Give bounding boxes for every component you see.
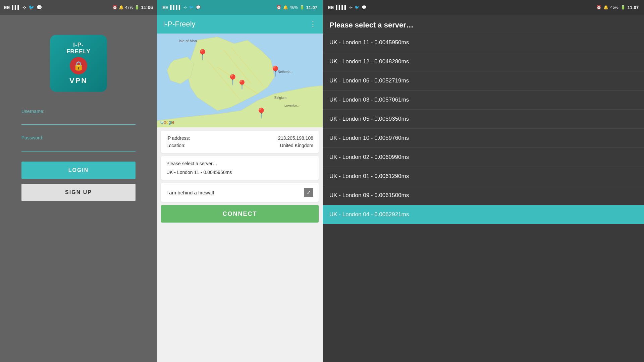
map-pin-1: 📍 — [196, 49, 209, 60]
messenger-servers: 💬 — [362, 5, 367, 10]
firewall-card[interactable]: I am behind a firewall ✓ — [161, 183, 319, 202]
app-logo: I-P- FREELY 🔒 VPN — [50, 35, 107, 92]
server-item-text-6: UK - London 02 - 0.0060990ms — [329, 154, 409, 161]
battery-pct-main: 46% — [290, 5, 298, 10]
battery-main: 🔋 — [300, 5, 305, 10]
carrier-servers: EE — [328, 5, 334, 10]
status-bar-login: EE ▌▌▌ ⊹ 🐦 💬 ⏰ 🔔 47% 🔋 11:06 — [0, 0, 157, 15]
server-item-text-1: UK - London 12 - 0.0048280ms — [329, 58, 409, 65]
server-item-8[interactable]: UK - London 09 - 0.0061500ms — [323, 186, 644, 205]
server-list: UK - London 11 - 0.0045950ms UK - London… — [323, 33, 644, 362]
status-bar-main: EE ▌▌▌▌ ⊹ 🐦 💬 ⏰ 🔔 46% 🔋 11:07 — [157, 0, 323, 15]
twitter-main: 🐦 — [189, 5, 194, 10]
signal-icon: ▌▌▌ — [12, 5, 20, 10]
alarm-icon: ⏰ — [112, 5, 117, 10]
bell-servers: 🔔 — [603, 5, 608, 10]
ip-row: IP address: 213.205.198.108 — [166, 135, 313, 141]
server-item-text-9: UK - London 04 - 0.0062921ms — [329, 211, 409, 218]
time-label: 11:06 — [141, 5, 153, 10]
server-item-text-2: UK - London 06 - 0.0052719ms — [329, 77, 409, 84]
server-item-5[interactable]: UK - London 10 - 0.0059760ms — [323, 129, 644, 148]
server-list-header: Please select a server… — [323, 15, 644, 33]
password-label: Password: — [21, 135, 136, 140]
ip-label: IP address: — [166, 135, 190, 141]
main-panel: EE ▌▌▌▌ ⊹ 🐦 💬 ⏰ 🔔 46% 🔋 11:07 I-P-Freely… — [157, 0, 323, 362]
wifi-main: ⊹ — [183, 5, 187, 10]
firewall-label: I am behind a firewall — [166, 190, 214, 195]
server-list-title: Please select a server… — [329, 21, 414, 29]
bell-icon: 🔔 — [119, 5, 124, 10]
status-bar-servers: EE ▌▌▌▌ ⊹ 🐦 💬 ⏰ 🔔 46% 🔋 11:07 — [323, 0, 644, 15]
carrier-main: EE — [162, 5, 168, 10]
username-input[interactable] — [21, 116, 136, 125]
server-item-4[interactable]: UK - London 05 - 0.0059350ms — [323, 110, 644, 129]
ip-value: 213.205.198.108 — [278, 135, 313, 141]
logo-lock-icon: 🔒 — [70, 57, 87, 74]
login-panel: EE ▌▌▌ ⊹ 🐦 💬 ⏰ 🔔 47% 🔋 11:06 I-P- FREELY… — [0, 0, 157, 362]
firewall-checkbox[interactable]: ✓ — [304, 188, 313, 197]
server-list-panel: EE ▌▌▌▌ ⊹ 🐦 💬 ⏰ 🔔 46% 🔋 11:07 Please sel… — [323, 0, 644, 362]
carrier-label: EE — [4, 5, 10, 10]
server-item-text-8: UK - London 09 - 0.0061500ms — [329, 192, 409, 199]
svg-text:Isle of Man: Isle of Man — [179, 39, 197, 43]
twitter-servers: 🐦 — [355, 5, 360, 10]
map-pin-5: 📍 — [255, 107, 267, 119]
login-form: Username: Password: LOGIN SIGN UP — [21, 109, 136, 201]
google-logo: Google — [160, 120, 174, 125]
battery-icon: 🔋 — [135, 5, 140, 10]
server-item-text-0: UK - London 11 - 0.0045950ms — [329, 39, 409, 46]
server-item-1[interactable]: UK - London 12 - 0.0048280ms — [323, 52, 644, 71]
time-main: 11:07 — [306, 5, 317, 10]
location-value: United Kingdom — [280, 143, 313, 148]
server-item-9[interactable]: UK - London 04 - 0.0062921ms — [323, 205, 644, 224]
server-item-7[interactable]: UK - London 01 - 0.0061290ms — [323, 167, 644, 186]
map-pin-4: 📍 — [269, 65, 281, 77]
messenger-icon: 💬 — [36, 5, 42, 10]
server-selector-card[interactable]: Please select a server… UK - London 11 -… — [161, 156, 319, 180]
battery-servers: 🔋 — [621, 5, 626, 10]
bell-main: 🔔 — [283, 5, 288, 10]
server-item-text-5: UK - London 10 - 0.0059760ms — [329, 135, 409, 141]
connect-button[interactable]: CONNECT — [161, 205, 319, 223]
signup-button[interactable]: SIGN UP — [21, 184, 136, 201]
menu-icon[interactable]: ⋮ — [309, 20, 317, 28]
map-container: Isle of Man Netherla... Belgium Luxembo.… — [157, 34, 323, 127]
time-servers: 11:07 — [628, 5, 639, 10]
alarm-servers: ⏰ — [596, 5, 601, 10]
map-pin-3: 📍 — [236, 79, 248, 90]
server-item-text-4: UK - London 05 - 0.0059350ms — [329, 116, 409, 122]
alarm-main: ⏰ — [276, 5, 281, 10]
server-item-2[interactable]: UK - London 06 - 0.0052719ms — [323, 71, 644, 90]
username-label: Username: — [21, 109, 136, 114]
connect-btn-area: CONNECT — [161, 205, 319, 223]
logo-title: I-P- FREELY — [66, 42, 91, 55]
ip-info-card: IP address: 213.205.198.108 Location: Un… — [161, 131, 319, 153]
server-selected: UK - London 11 - 0.0045950ms — [166, 170, 313, 175]
server-item-text-3: UK - London 03 - 0.0057061ms — [329, 97, 409, 103]
signal-servers: ▌▌▌▌ — [336, 5, 347, 10]
server-item-3[interactable]: UK - London 03 - 0.0057061ms — [323, 90, 644, 110]
messenger-main: 💬 — [196, 5, 201, 10]
server-item-text-7: UK - London 01 - 0.0061290ms — [329, 173, 409, 180]
server-item-6[interactable]: UK - London 02 - 0.0060990ms — [323, 148, 644, 167]
twitter-icon: 🐦 — [29, 5, 34, 10]
password-input[interactable] — [21, 142, 136, 152]
app-header: I-P-Freely ⋮ — [157, 15, 323, 34]
svg-text:Belgium: Belgium — [274, 96, 286, 100]
svg-text:Luxembo...: Luxembo... — [284, 104, 300, 107]
server-placeholder: Please select a server… — [166, 161, 313, 166]
svg-point-4 — [193, 66, 201, 71]
location-row: Location: United Kingdom — [166, 143, 313, 148]
wifi-icon: ⊹ — [22, 5, 26, 10]
wifi-servers: ⊹ — [349, 5, 353, 10]
battery-pct-servers: 46% — [610, 5, 619, 10]
status-right: ⏰ 🔔 47% 🔋 11:06 — [112, 5, 153, 10]
logo-vpn-label: VPN — [69, 76, 88, 85]
app-title: I-P-Freely — [163, 20, 309, 28]
battery-pct: 47% — [125, 5, 133, 10]
server-item-0[interactable]: UK - London 11 - 0.0045950ms — [323, 33, 644, 52]
location-label: Location: — [166, 143, 185, 148]
status-right-servers: ⏰ 🔔 46% 🔋 11:07 — [596, 5, 639, 10]
login-button[interactable]: LOGIN — [21, 162, 136, 179]
signal-main: ▌▌▌▌ — [170, 5, 181, 10]
